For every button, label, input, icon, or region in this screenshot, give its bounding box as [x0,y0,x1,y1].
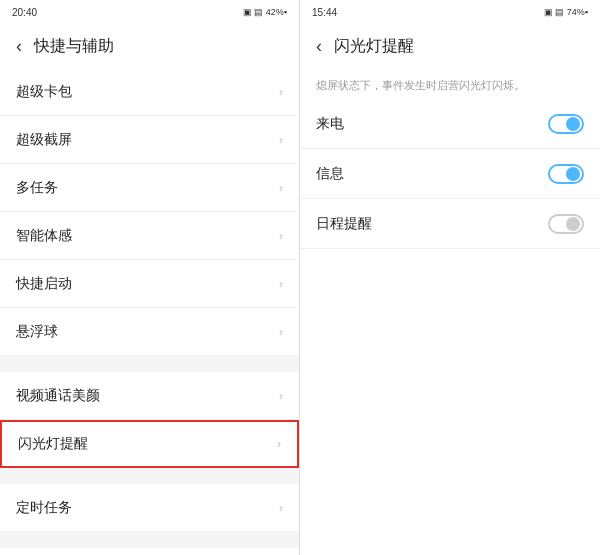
chevron-icon: › [279,85,283,99]
menu-label-smart-sense: 智能体感 [16,227,72,245]
right-time: 15:44 [312,7,337,18]
left-nav-title: 快捷与辅助 [34,36,114,57]
toggle-knob-calendar [566,217,580,231]
toggle-switch-calendar[interactable] [548,214,584,234]
left-time: 20:40 [12,7,37,18]
toggle-knob-message [566,167,580,181]
menu-item-floating-ball[interactable]: 悬浮球 › [0,308,299,356]
menu-item-multitask[interactable]: 多任务 › [0,164,299,212]
left-status-icons: ▣ ▤ 42%▪ [243,7,287,17]
left-status-bar: 20:40 ▣ ▤ 42%▪ [0,0,299,24]
left-panel: 20:40 ▣ ▤ 42%▪ ‹ 快捷与辅助 超级卡包 › 超级截屏 › 多任务… [0,0,300,555]
chevron-icon: › [279,133,283,147]
menu-item-super-screenshot[interactable]: 超级截屏 › [0,116,299,164]
menu-item-super-card[interactable]: 超级卡包 › [0,68,299,116]
left-nav-bar: ‹ 快捷与辅助 [0,24,299,68]
chevron-icon: › [279,501,283,515]
chevron-icon: › [279,277,283,291]
right-back-button[interactable]: ‹ [316,36,322,57]
toggle-label-calendar: 日程提醒 [316,215,372,233]
toggle-switch-message[interactable] [548,164,584,184]
toggle-label-incoming-call: 来电 [316,115,344,133]
toggle-switch-incoming-call[interactable] [548,114,584,134]
toggle-message[interactable]: 信息 [300,149,600,199]
toggle-incoming-call[interactable]: 来电 [300,99,600,149]
menu-item-timer-task[interactable]: 定时任务 › [0,484,299,532]
chevron-icon: › [279,181,283,195]
right-panel: 15:44 ▣ ▤ 74%▪ ‹ 闪光灯提醒 熄屏状态下，事件发生时启营闪光灯闪… [300,0,600,555]
menu-label-floating-ball: 悬浮球 [16,323,58,341]
right-description: 熄屏状态下，事件发生时启营闪光灯闪烁。 [300,68,600,99]
menu-label-super-card: 超级卡包 [16,83,72,101]
divider-3 [0,532,299,548]
chevron-icon: › [279,229,283,243]
toggle-knob-incoming-call [566,117,580,131]
divider-2 [0,468,299,484]
left-menu-list: 超级卡包 › 超级截屏 › 多任务 › 智能体感 › 快捷启动 › 悬浮球 › … [0,68,299,555]
menu-label-quick-launch: 快捷启动 [16,275,72,293]
right-nav-title: 闪光灯提醒 [334,36,414,57]
left-back-button[interactable]: ‹ [16,36,22,57]
right-nav-bar: ‹ 闪光灯提醒 [300,24,600,68]
menu-label-timer-task: 定时任务 [16,499,72,517]
menu-item-flash-alert[interactable]: 闪光灯提醒 › [0,420,299,468]
chevron-icon: › [279,389,283,403]
menu-item-smart-sense[interactable]: 智能体感 › [0,212,299,260]
menu-item-video-beauty[interactable]: 视频通话美颜 › [0,372,299,420]
menu-label-multitask: 多任务 [16,179,58,197]
menu-label-video-beauty: 视频通话美颜 [16,387,100,405]
divider-1 [0,356,299,372]
menu-label-flash-alert: 闪光灯提醒 [18,435,88,453]
right-status-icons: ▣ ▤ 74%▪ [544,7,588,17]
menu-item-quick-launch[interactable]: 快捷启动 › [0,260,299,308]
toggle-calendar[interactable]: 日程提醒 [300,199,600,249]
menu-label-super-screenshot: 超级截屏 [16,131,72,149]
right-status-bar: 15:44 ▣ ▤ 74%▪ [300,0,600,24]
chevron-icon: › [277,437,281,451]
menu-item-one-hand[interactable]: 单手操作 › [0,548,299,555]
toggle-label-message: 信息 [316,165,344,183]
chevron-icon: › [279,325,283,339]
